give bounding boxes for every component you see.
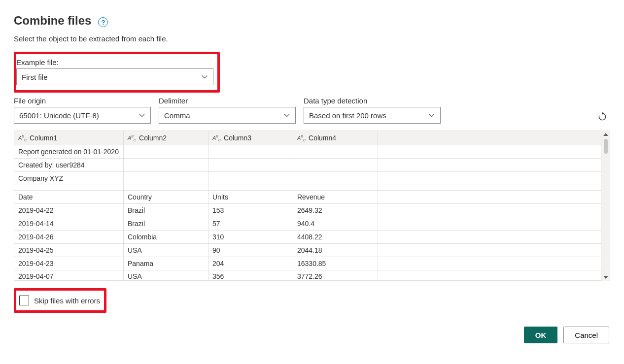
table-row[interactable] — [14, 185, 601, 191]
column-header[interactable]: ABCColumn1 — [14, 131, 124, 145]
table-cell — [208, 172, 293, 185]
table-row[interactable]: 2019-04-22Brazil1532649.32 — [14, 204, 601, 217]
table-row[interactable]: 2019-04-25USA902044.18 — [14, 244, 601, 257]
table-cell: 204 — [208, 257, 293, 270]
table-cell-filler — [378, 270, 601, 280]
table-cell: 940.4 — [293, 217, 378, 230]
table-row[interactable]: Report generated on 01-01-2020 — [14, 145, 601, 159]
chevron-down-icon — [201, 73, 208, 80]
table-cell: 16330.85 — [293, 257, 378, 270]
table-cell-filler — [378, 204, 601, 217]
table-cell — [124, 185, 208, 190]
table-cell: 310 — [208, 231, 293, 243]
table-row[interactable]: 2019-04-26Colombia3104408.22 — [14, 231, 601, 244]
table-cell: Country — [124, 191, 208, 203]
text-type-icon: ABC — [18, 134, 27, 142]
table-cell — [208, 159, 293, 171]
text-type-icon: ABC — [128, 134, 136, 142]
table-cell — [293, 145, 378, 158]
table-cell-filler — [378, 257, 601, 270]
data-type-detection-label: Data type detection — [304, 97, 441, 105]
chevron-down-icon — [428, 112, 435, 119]
table-cell: 4408.22 — [293, 231, 378, 243]
ok-button[interactable]: OK — [524, 327, 558, 343]
grid-header: ABCColumn1 ABCColumn2 ABCColumn3 ABCColu… — [14, 131, 601, 145]
table-cell — [124, 159, 208, 171]
table-row[interactable]: Company XYZ — [14, 172, 601, 185]
table-cell: Report generated on 01-01-2020 — [14, 145, 124, 158]
file-origin-label: File origin — [14, 97, 151, 105]
example-file-label: Example file: — [16, 58, 214, 66]
table-row[interactable]: 2019-04-07USA3563772.26 — [14, 270, 601, 281]
example-file-highlight: Example file: First file — [14, 52, 220, 93]
table-row[interactable]: Created by: user9284 — [14, 159, 601, 172]
table-cell: Brazil — [124, 217, 208, 230]
table-cell — [293, 159, 378, 171]
vertical-scrollbar[interactable] — [601, 131, 610, 281]
table-cell-filler — [378, 172, 601, 185]
table-cell: Units — [208, 191, 293, 203]
table-cell: Created by: user9284 — [14, 159, 124, 171]
table-cell — [124, 172, 208, 185]
delimiter-dropdown[interactable]: Comma — [159, 107, 296, 124]
scroll-thumb[interactable] — [604, 139, 608, 154]
table-cell: 2019-04-26 — [14, 231, 124, 243]
page-title: Combine files — [14, 14, 91, 28]
table-cell: 2019-04-23 — [14, 257, 124, 270]
table-cell: Company XYZ — [14, 172, 124, 185]
chevron-down-icon — [283, 112, 290, 119]
table-cell: 2019-04-07 — [14, 270, 124, 280]
table-cell-filler — [378, 191, 601, 203]
table-cell: Colombia — [124, 231, 208, 243]
table-cell: 2019-04-14 — [14, 217, 124, 230]
subtitle: Select the object to be extracted from e… — [14, 34, 610, 43]
refresh-icon[interactable] — [597, 112, 607, 122]
delimiter-label: Delimiter — [159, 97, 296, 105]
table-cell: USA — [124, 244, 208, 257]
scroll-down-arrow-icon[interactable] — [603, 276, 608, 279]
file-origin-value: 65001: Unicode (UTF-8) — [19, 111, 99, 120]
help-icon[interactable]: ? — [98, 17, 108, 27]
scroll-up-arrow-icon[interactable] — [603, 133, 608, 136]
file-origin-dropdown[interactable]: 65001: Unicode (UTF-8) — [14, 107, 151, 124]
chevron-down-icon — [139, 112, 145, 119]
text-type-icon: ABC — [212, 134, 221, 142]
table-cell — [293, 185, 378, 190]
column-header[interactable]: ABCColumn2 — [124, 131, 208, 145]
example-file-value: First file — [22, 73, 48, 81]
table-cell: 153 — [208, 204, 293, 217]
table-cell-filler — [378, 185, 601, 190]
table-cell: Brazil — [124, 204, 208, 217]
example-file-dropdown[interactable]: First file — [16, 68, 213, 85]
column-header[interactable]: ABCColumn4 — [293, 131, 378, 145]
text-type-icon: ABC — [297, 134, 306, 142]
data-type-detection-dropdown[interactable]: Based on first 200 rows — [304, 107, 441, 124]
table-cell-filler — [378, 145, 601, 158]
skip-files-checkbox[interactable] — [19, 296, 29, 305]
table-cell — [208, 145, 293, 158]
table-cell-filler — [378, 217, 601, 230]
table-cell: 57 — [208, 217, 293, 230]
table-cell: 2019-04-22 — [14, 204, 124, 217]
table-cell-filler — [378, 159, 601, 171]
table-cell: 356 — [208, 270, 293, 280]
table-cell: 90 — [208, 244, 293, 257]
table-cell: USA — [124, 270, 208, 280]
table-cell — [293, 172, 378, 185]
table-row[interactable]: 2019-04-14Brazil57940.4 — [14, 217, 601, 231]
table-cell: Revenue — [293, 191, 378, 203]
delimiter-value: Comma — [164, 111, 190, 120]
table-cell: 3772.26 — [293, 270, 378, 280]
table-cell — [14, 185, 124, 190]
column-header[interactable]: ABCColumn3 — [208, 131, 293, 145]
table-cell-filler — [378, 244, 601, 257]
cancel-button[interactable]: Cancel — [563, 327, 609, 343]
table-cell: 2649.32 — [293, 204, 378, 217]
table-cell — [208, 185, 293, 190]
skip-files-label: Skip files with errors — [34, 297, 100, 305]
table-cell — [124, 145, 208, 158]
table-row[interactable]: DateCountryUnitsRevenue — [14, 191, 601, 204]
table-cell: 2019-04-25 — [14, 244, 124, 257]
table-row[interactable]: 2019-04-23Panama20416330.85 — [14, 257, 601, 270]
table-cell: Date — [14, 191, 124, 203]
